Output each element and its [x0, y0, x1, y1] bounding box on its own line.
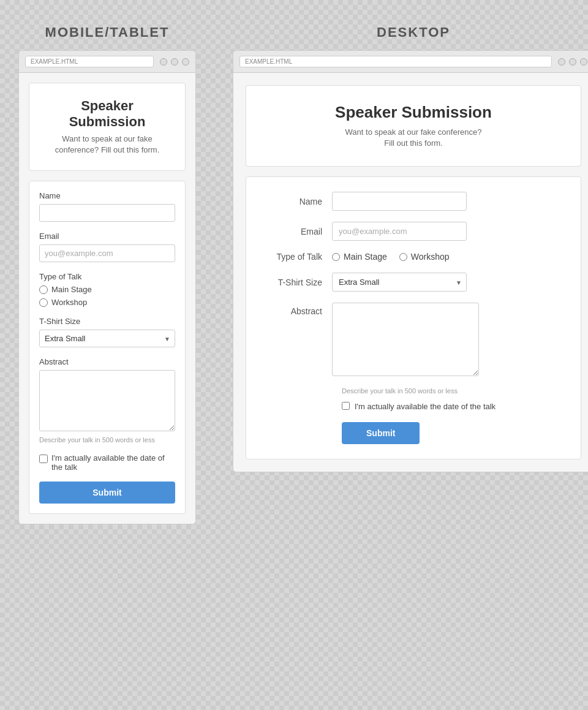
mobile-browser-titlebar: EXAMPLE.HTML [19, 51, 195, 73]
mobile-form-body: Name Email Type of Talk [29, 181, 186, 514]
desktop-form-title: Speaker Submission [261, 103, 566, 122]
mobile-column: MOBILE/TABLET EXAMPLE.HTML Speaker Submi… [18, 25, 196, 524]
mobile-section-label: MOBILE/TABLET [45, 25, 170, 40]
desktop-browser-content: Speaker Submission Want to speak at our … [233, 73, 588, 472]
mobile-control-dot-2 [171, 58, 178, 66]
mobile-radio-main-stage-input[interactable] [39, 285, 48, 294]
desktop-name-label: Name [258, 197, 332, 206]
mobile-radio-main-stage-label: Main Stage [51, 285, 92, 294]
desktop-browser-mockup: EXAMPLE.HTML Speaker Submission Want to … [233, 50, 588, 472]
mobile-browser-mockup: EXAMPLE.HTML Speaker Submission Want to … [18, 50, 196, 524]
mobile-form-title: Speaker Submission [44, 98, 170, 130]
mobile-radio-workshop-label: Workshop [51, 298, 87, 307]
desktop-tshirt-select[interactable]: Extra Small Small Medium Large Extra Lar… [332, 273, 467, 292]
desktop-email-label: Email [258, 227, 332, 236]
mobile-tshirt-field-group: T-Shirt Size Extra Small Small Medium La… [39, 317, 175, 347]
mobile-form-subtitle: Want to speak at our fake conference? Fi… [44, 134, 170, 156]
desktop-submit-wrapper: Submit [342, 422, 568, 444]
mobile-form-header: Speaker Submission Want to speak at our … [29, 83, 186, 171]
mobile-radio-group: Main Stage Workshop [39, 285, 175, 307]
desktop-radio-group: Main Stage Workshop [332, 252, 450, 262]
desktop-submit-button[interactable]: Submit [342, 422, 420, 444]
mobile-checkbox-item[interactable]: I'm actually available the date of the t… [39, 453, 175, 472]
mobile-abstract-hint: Describe your talk in 500 words or less [39, 436, 175, 444]
desktop-tshirt-select-wrapper: Extra Small Small Medium Large Extra Lar… [332, 273, 467, 292]
desktop-name-input[interactable] [332, 192, 467, 211]
desktop-tshirt-label: T-Shirt Size [258, 278, 332, 287]
desktop-abstract-textarea[interactable] [332, 303, 479, 376]
desktop-talk-type-field-group: Type of Talk Main Stage Workshop [258, 252, 568, 262]
mobile-browser-controls [160, 58, 189, 66]
mobile-browser-content: Speaker Submission Want to speak at our … [19, 73, 195, 524]
mobile-radio-workshop-input[interactable] [39, 298, 48, 307]
desktop-browser-controls [558, 58, 587, 66]
mobile-email-input[interactable] [39, 244, 175, 262]
mobile-availability-checkbox[interactable] [39, 455, 48, 463]
page-layout: MOBILE/TABLET EXAMPLE.HTML Speaker Submi… [0, 12, 588, 537]
desktop-abstract-field-group: Abstract [258, 303, 568, 376]
desktop-form-subtitle-line1: Want to speak at our fake conference? [261, 127, 566, 138]
desktop-radio-main-stage[interactable]: Main Stage [332, 252, 387, 262]
mobile-radio-workshop[interactable]: Workshop [39, 298, 175, 307]
mobile-submit-button[interactable]: Submit [39, 482, 175, 504]
mobile-browser-url: EXAMPLE.HTML [25, 56, 154, 67]
mobile-tshirt-select-wrapper: Extra Small Small Medium Large Extra Lar… [39, 330, 175, 347]
mobile-talk-type-label: Type of Talk [39, 272, 175, 281]
desktop-radio-main-stage-input[interactable] [332, 253, 340, 261]
desktop-checkbox-label: I'm actually available the date of the t… [355, 402, 496, 411]
desktop-checkbox-row: I'm actually available the date of the t… [342, 402, 568, 411]
desktop-form-header: Speaker Submission Want to speak at our … [246, 85, 581, 167]
mobile-email-label: Email [39, 232, 175, 241]
desktop-abstract-hint: Describe your talk in 500 words or less [342, 387, 568, 395]
desktop-talk-type-label: Type of Talk [258, 252, 332, 262]
desktop-email-input[interactable] [332, 222, 467, 241]
mobile-talk-type-field-group: Type of Talk Main Stage Workshop [39, 272, 175, 307]
mobile-abstract-field-group: Abstract Describe your talk in 500 words… [39, 357, 175, 444]
desktop-column: DESKTOP EXAMPLE.HTML Speaker Submission … [233, 25, 588, 472]
desktop-name-field-group: Name [258, 192, 568, 211]
mobile-control-dot-3 [182, 58, 189, 66]
mobile-tshirt-label: T-Shirt Size [39, 317, 175, 326]
mobile-tshirt-select[interactable]: Extra Small Small Medium Large Extra Lar… [39, 330, 175, 347]
mobile-email-field-group: Email [39, 232, 175, 262]
mobile-name-field-group: Name [39, 191, 175, 222]
desktop-section-label: DESKTOP [377, 25, 450, 40]
desktop-control-dot-2 [569, 58, 576, 66]
desktop-form-subtitle-line2: Fill out this form. [261, 138, 566, 149]
mobile-radio-main-stage[interactable]: Main Stage [39, 285, 175, 294]
mobile-abstract-textarea[interactable] [39, 370, 175, 431]
desktop-control-dot-3 [580, 58, 587, 66]
desktop-control-dot-1 [558, 58, 565, 66]
desktop-browser-url: EXAMPLE.HTML [239, 56, 552, 67]
mobile-abstract-label: Abstract [39, 357, 175, 366]
desktop-radio-workshop[interactable]: Workshop [399, 252, 450, 262]
mobile-checkbox-label: I'm actually available the date of the t… [51, 453, 175, 472]
desktop-form-body: Name Email Type of Talk [246, 176, 581, 459]
mobile-control-dot-1 [160, 58, 167, 66]
desktop-abstract-label: Abstract [258, 303, 332, 316]
mobile-name-input[interactable] [39, 204, 175, 222]
mobile-name-label: Name [39, 191, 175, 200]
desktop-radio-main-stage-label: Main Stage [344, 252, 387, 262]
desktop-radio-workshop-label: Workshop [411, 252, 450, 262]
desktop-email-field-group: Email [258, 222, 568, 241]
desktop-tshirt-field-group: T-Shirt Size Extra Small Small Medium La… [258, 273, 568, 292]
desktop-browser-titlebar: EXAMPLE.HTML [233, 51, 588, 73]
desktop-radio-workshop-input[interactable] [399, 253, 407, 261]
desktop-availability-checkbox[interactable] [342, 402, 350, 410]
